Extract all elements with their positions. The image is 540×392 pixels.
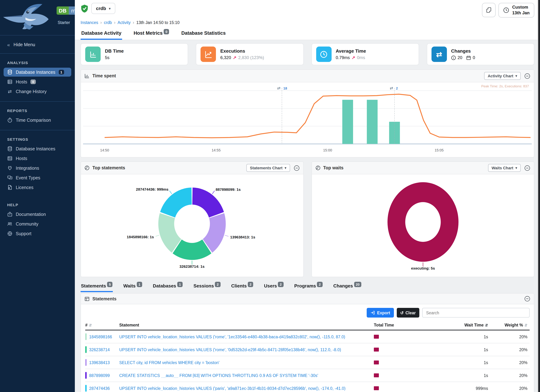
- host-metrics-badge: 0: [164, 29, 169, 34]
- statement-link[interactable]: UPSERT INTO vehicle_location_histories V…: [119, 335, 374, 339]
- statement-id-link[interactable]: 139638413: [89, 360, 110, 365]
- kpi-value: 5s: [105, 55, 109, 60]
- statement-color-swatch: [85, 385, 87, 392]
- divider: [0, 35, 75, 35]
- sidebar-item-support[interactable]: Support: [4, 229, 71, 238]
- tab-users[interactable]: Users2: [264, 282, 284, 292]
- collapse-panel-button[interactable]: [524, 73, 530, 79]
- statement-color-swatch: [85, 372, 87, 379]
- time-range-type: Custom: [512, 5, 530, 10]
- sidebar-item-settings-hosts[interactable]: Hosts: [4, 154, 71, 163]
- caret-down-icon: ▾: [515, 74, 517, 78]
- tab-waits[interactable]: Waits1: [123, 282, 143, 292]
- tab-sessions[interactable]: Sessions2: [193, 282, 221, 292]
- total-time-bar: [374, 360, 379, 364]
- weight-value: 20%: [490, 386, 530, 390]
- tab-count-badge: 2: [278, 282, 284, 287]
- sidebar-item-time-comparison[interactable]: Time Comparison: [4, 116, 71, 124]
- page-tabs: Database Activity Host Metrics0 Database…: [80, 28, 534, 40]
- sidebar-item-event-types[interactable]: Event Types: [4, 173, 71, 182]
- tab-databases[interactable]: Databases1: [153, 282, 183, 292]
- sidebar-item-documentation[interactable]: Documentation: [4, 210, 71, 219]
- server-icon: [7, 156, 13, 161]
- time-range-button[interactable]: Custom 13th Jan: [499, 3, 534, 18]
- instance-dropdown[interactable]: crdb ▾: [91, 3, 115, 14]
- sidebar-item-label: Support: [16, 231, 31, 236]
- sidebar-item-change-history[interactable]: ⇄ Change History: [4, 87, 71, 96]
- statement-id-link[interactable]: 287474436: [89, 386, 110, 390]
- tab-database-statistics[interactable]: Database Statistics: [181, 28, 226, 40]
- plug-icon: [7, 165, 13, 171]
- chevrons-left-icon: «: [7, 42, 10, 48]
- lifebuoy-icon: [7, 231, 13, 236]
- page-header: crdb ▾ Custom 13th Jan: [75, 0, 540, 40]
- breadcrumb-crdb[interactable]: crdb: [104, 20, 112, 25]
- panel-title: Statements: [92, 296, 117, 301]
- statements-chart-selector[interactable]: Statements Chart▾: [246, 164, 290, 172]
- hide-menu-button[interactable]: « Hide Menu: [0, 38, 75, 51]
- svg-text:887898099: 1s: 887898099: 1s: [215, 187, 241, 192]
- sidebar-item-hosts[interactable]: Hosts 0: [4, 77, 71, 86]
- search-input[interactable]: [422, 308, 530, 318]
- sidebar-item-database-instances[interactable]: Database Instances 1: [4, 68, 71, 77]
- statement-link[interactable]: CREATE STATISTICS __auto__ FROM [63] WIT…: [119, 373, 374, 377]
- tab-changes[interactable]: Changes20: [333, 282, 362, 292]
- scrollbar[interactable]: [537, 0, 540, 392]
- tab-count-badge: 2: [248, 282, 253, 287]
- host-count-badge: 0: [30, 79, 36, 84]
- tab-database-activity[interactable]: Database Activity: [80, 28, 122, 40]
- sidebar-item-community[interactable]: Community: [4, 219, 71, 228]
- statement-link[interactable]: UPSERT INTO vehicle_location_histories V…: [119, 386, 374, 390]
- svg-text:executing: 5s: executing: 5s: [411, 266, 435, 270]
- table-row: 887898099 CREATE STATISTICS __auto__ FRO…: [85, 369, 530, 382]
- sidebar-item-integrations[interactable]: Integrations: [4, 164, 71, 173]
- sidebar-item-licences[interactable]: Licences: [4, 183, 71, 192]
- sort-icon[interactable]: ⇵: [485, 323, 488, 327]
- info-circle-icon: [451, 55, 456, 60]
- total-time-bar: [374, 386, 379, 390]
- tab-statements[interactable]: Statements5: [80, 282, 113, 292]
- divider: [0, 101, 75, 102]
- svg-text:139638413: 1s: 139638413: 1s: [230, 235, 255, 239]
- breadcrumb-activity[interactable]: Activity: [118, 20, 131, 25]
- collapse-panel-button[interactable]: [524, 165, 530, 171]
- statement-id-link[interactable]: 1845898166: [89, 335, 112, 339]
- export-button[interactable]: Export: [367, 308, 394, 318]
- sidebar-item-settings-database-instances[interactable]: Database Instances: [4, 144, 71, 153]
- table-header-row: #⇵ Statement Total Time Wait Time⇵ Weigh…: [85, 321, 530, 330]
- wait-time-value: 1s: [436, 335, 490, 339]
- weight-value: 20%: [490, 347, 530, 352]
- pie-chart-icon: [315, 165, 320, 170]
- tab-clients[interactable]: Clients2: [231, 282, 254, 292]
- breadcrumb-instances[interactable]: Instances: [80, 20, 98, 25]
- statement-id-link[interactable]: 887898099: [89, 373, 110, 377]
- clear-button[interactable]: ↺ Clear: [397, 308, 419, 318]
- activity-chart-selector[interactable]: Activity Chart▾: [484, 72, 521, 80]
- sort-icon[interactable]: ⇵: [525, 323, 527, 327]
- waits-chart-selector[interactable]: Waits Chart▾: [488, 164, 521, 172]
- svg-text:326238714: 1s: 326238714: 1s: [179, 264, 205, 268]
- brand-db: DB: [57, 6, 69, 15]
- statement-link[interactable]: UPSERT INTO vehicle_location_histories V…: [119, 347, 374, 352]
- sidebar-item-label: Event Types: [16, 175, 40, 180]
- collapse-panel-button[interactable]: [294, 165, 300, 171]
- clock-icon: [503, 7, 509, 13]
- kpi-row: DB Time 5s Executions 6,320 ↗ 2,830 (123…: [75, 40, 540, 68]
- kpi-title: Average Time: [336, 48, 366, 54]
- tab-host-metrics[interactable]: Host Metrics0: [133, 28, 170, 40]
- pie-chart-icon: [85, 165, 90, 170]
- statement-id-link[interactable]: 326238714: [89, 347, 110, 352]
- sidebar-item-label: Hosts: [16, 79, 27, 84]
- statements-panel: Statements Export ↺ Clear: [80, 293, 534, 392]
- trend-up-icon: ↗: [352, 55, 355, 60]
- collapse-panel-button[interactable]: [524, 296, 530, 302]
- copy-link-button[interactable]: [482, 3, 496, 17]
- statement-link[interactable]: SELECT city, id FROM vehicles WHERE city…: [119, 360, 374, 365]
- tab-programs[interactable]: Programs2: [294, 282, 323, 292]
- kpi-executions: Executions 6,320 ↗ 2,830 (123%): [196, 43, 304, 65]
- sort-icon[interactable]: ⇵: [89, 323, 92, 327]
- panel-title: Top waits: [323, 165, 343, 170]
- panel-title: Top statements: [92, 165, 125, 170]
- kpi-value: 0.79ms: [336, 55, 350, 60]
- divider: [0, 53, 75, 54]
